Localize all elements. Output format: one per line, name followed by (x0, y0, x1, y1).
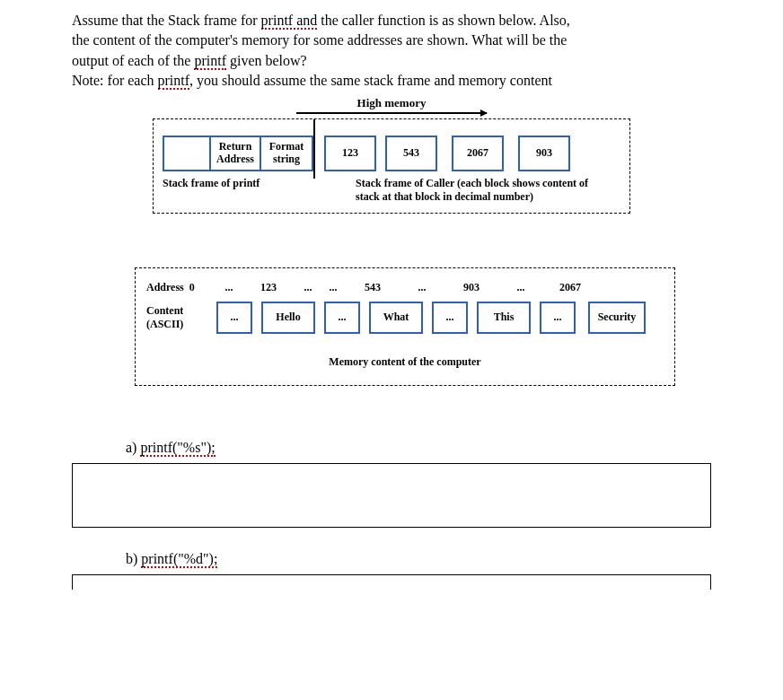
dots: ... (321, 281, 346, 294)
address-label: Address 0 (146, 281, 216, 294)
high-memory-label: High memory (154, 96, 629, 110)
content-this: This (477, 302, 531, 334)
text: (ASCII) (146, 318, 216, 331)
question-b: b) printf("%d"); (126, 551, 711, 567)
dots-cell: ... (540, 302, 576, 334)
label: b) (126, 551, 141, 566)
caller-frame-caption: Stack frame of Caller (each block shows … (356, 177, 620, 204)
caller-value-2: 543 (385, 136, 437, 171)
format-string-cell: Format string (261, 136, 313, 171)
caller-value-3: 2067 (452, 136, 504, 171)
memory-diagram: Address 0 ... 123 ... ... 543 ... 903 ..… (135, 267, 675, 386)
label: Address (216, 153, 254, 165)
memory-caption: Memory content of the computer (146, 355, 664, 369)
label: Return (219, 141, 252, 153)
stack-caption-row: Stack frame of printf Stack frame of Cal… (154, 171, 629, 206)
text: Stack frame of Caller (each block shows … (356, 177, 588, 189)
text: Address (146, 281, 184, 293)
text: Note: for each (72, 73, 158, 88)
addr-4: 2067 (543, 281, 597, 294)
text: the content of the computer's memory for… (72, 32, 567, 48)
printf-and: printf and (261, 13, 318, 30)
code: printf("%d"); (141, 551, 217, 568)
text: given below? (226, 53, 307, 68)
dots-cell: ... (324, 302, 360, 334)
caller-value-4: 903 (518, 136, 570, 171)
text: stack at that block in decimal number) (356, 190, 533, 203)
text: the caller function is as shown below. A… (317, 13, 570, 28)
label: Format (269, 141, 304, 153)
address-row: Address 0 ... 123 ... ... 543 ... 903 ..… (146, 281, 664, 294)
stack-row: Return Address Format string 123 543 206… (154, 136, 629, 171)
dots: ... (216, 281, 242, 294)
content-hello: Hello (261, 302, 315, 334)
content-row: Content (ASCII) ... Hello ... What ... T… (146, 302, 664, 334)
addr-1: 123 (242, 281, 295, 294)
content-what: What (369, 302, 423, 334)
dots: ... (400, 281, 444, 294)
frame-divider (313, 119, 315, 179)
dots-cell: ... (216, 302, 252, 334)
question-prompt: Assume that the Stack frame for printf a… (72, 11, 711, 92)
addr-2: 543 (346, 281, 400, 294)
addr-0: 0 (189, 281, 195, 293)
content-label: Content (ASCII) (146, 302, 216, 334)
caller-value-1: 123 (324, 136, 376, 171)
empty-cell (163, 136, 209, 171)
text: , you should assume the same stack frame… (189, 73, 552, 88)
arrow-icon (296, 112, 487, 114)
label: a) (126, 440, 140, 455)
text: Assume that the Stack frame for (72, 13, 261, 28)
dots: ... (295, 281, 321, 294)
label: string (273, 153, 300, 165)
answer-box-b[interactable] (72, 574, 711, 590)
text: output of each of the (72, 53, 194, 68)
content-security: Security (588, 302, 646, 334)
dots: ... (498, 281, 543, 294)
stack-frame-diagram: High memory Return Address Format string… (153, 118, 630, 214)
printf: printf (194, 53, 226, 70)
addr-3: 903 (444, 281, 498, 294)
return-address-cell: Return Address (209, 136, 261, 171)
printf-frame-caption: Stack frame of printf (163, 177, 356, 204)
answer-box-a[interactable] (72, 463, 711, 528)
text: Content (146, 304, 216, 318)
code: printf("%s"); (140, 440, 215, 457)
question-a: a) printf("%s"); (126, 440, 711, 456)
printf2: printf (158, 73, 190, 90)
dots-cell: ... (432, 302, 468, 334)
